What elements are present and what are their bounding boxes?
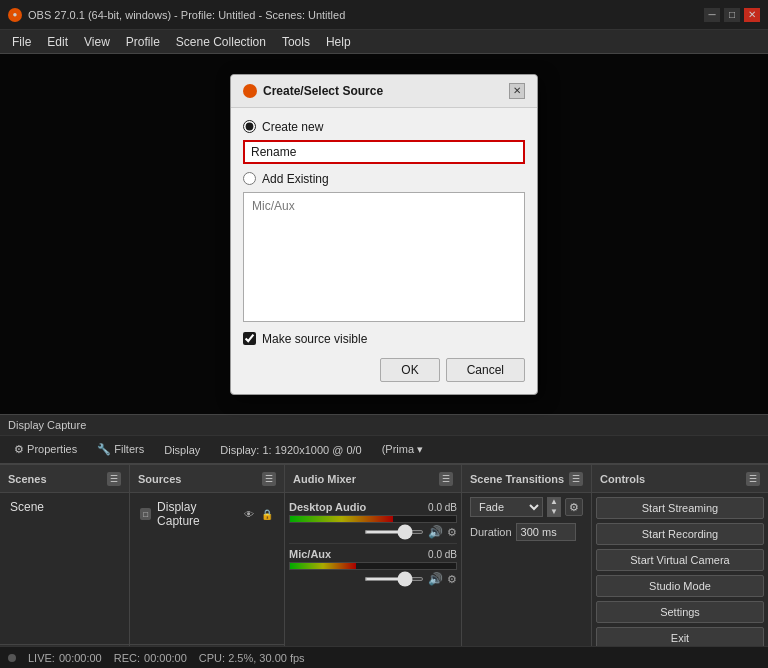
- toolbar-prima[interactable]: (Prima ▾: [376, 441, 429, 458]
- menu-help[interactable]: Help: [318, 33, 359, 51]
- menu-edit[interactable]: Edit: [39, 33, 76, 51]
- toolbar-filters[interactable]: 🔧 Filters: [91, 441, 150, 458]
- transition-down-button[interactable]: ▼: [547, 507, 561, 517]
- menu-scene-collection[interactable]: Scene Collection: [168, 33, 274, 51]
- mic-aux-settings-button[interactable]: ⚙: [447, 573, 457, 586]
- live-label: LIVE:: [28, 652, 55, 664]
- mic-aux-name: Mic/Aux: [289, 548, 331, 560]
- scene-transitions-panel: Scene Transitions ☰ Fade Cut ▲ ▼ ⚙ Durat…: [462, 465, 592, 668]
- start-streaming-button[interactable]: Start Streaming: [596, 497, 764, 519]
- add-existing-row: Add Existing: [243, 172, 525, 186]
- dialog-buttons: OK Cancel: [243, 358, 525, 382]
- controls-panel-menu[interactable]: ☰: [746, 472, 760, 486]
- menu-profile[interactable]: Profile: [118, 33, 168, 51]
- mic-aux-mute-button[interactable]: 🔊: [428, 572, 443, 586]
- source-lock-icon[interactable]: 🔒: [260, 507, 274, 521]
- transition-settings-button[interactable]: ⚙: [565, 498, 583, 516]
- desktop-audio-controls: 🔊 ⚙: [289, 525, 457, 539]
- sources-panel-title: Sources: [138, 473, 181, 485]
- controls-panel-controls: ☰: [746, 472, 760, 486]
- scene-transitions-panel-content: Fade Cut ▲ ▼ ⚙ Duration: [462, 493, 591, 668]
- sources-panel-controls: ☰: [262, 472, 276, 486]
- transition-type-select[interactable]: Fade Cut: [470, 497, 543, 517]
- existing-sources-list[interactable]: Mic/Aux: [243, 192, 525, 322]
- desktop-audio-volume-slider[interactable]: [364, 530, 424, 534]
- dialog-body: Create new Add Existing Mic/Aux Make sou…: [231, 108, 537, 394]
- maximize-button[interactable]: □: [724, 8, 740, 22]
- controls-panel-title: Controls: [600, 473, 645, 485]
- existing-list-item[interactable]: Mic/Aux: [248, 197, 520, 215]
- source-item[interactable]: □ Display Capture 👁 🔒: [134, 497, 280, 531]
- minimize-button[interactable]: ─: [704, 8, 720, 22]
- settings-button[interactable]: Settings: [596, 601, 764, 623]
- audio-mixer-panel-title: Audio Mixer: [293, 473, 356, 485]
- start-recording-button[interactable]: Start Recording: [596, 523, 764, 545]
- live-status: LIVE: 00:00:00: [28, 652, 102, 664]
- make-visible-checkbox[interactable]: [243, 332, 256, 345]
- scenes-panel-menu[interactable]: ☰: [107, 472, 121, 486]
- studio-mode-button[interactable]: Studio Mode: [596, 575, 764, 597]
- window-controls[interactable]: ─ □ ✕: [704, 8, 760, 22]
- create-new-radio[interactable]: [243, 120, 256, 133]
- source-type-icon: □: [140, 508, 151, 520]
- duration-label: Duration: [470, 526, 512, 538]
- audio-mixer-panel-header: Audio Mixer ☰: [285, 465, 461, 493]
- transition-select-row: Fade Cut ▲ ▼ ⚙: [470, 497, 583, 517]
- mic-aux-controls: 🔊 ⚙: [289, 572, 457, 586]
- title-bar: ● OBS 27.0.1 (64-bit, windows) - Profile…: [0, 0, 768, 30]
- dialog-title: Create/Select Source: [243, 84, 383, 98]
- dialog-close-button[interactable]: ✕: [509, 83, 525, 99]
- duration-input[interactable]: [516, 523, 576, 541]
- close-button[interactable]: ✕: [744, 8, 760, 22]
- mic-aux-volume-slider[interactable]: [364, 577, 424, 581]
- mic-aux-top: Mic/Aux 0.0 dB: [289, 548, 457, 560]
- mic-aux-meter-fill: [290, 563, 356, 569]
- desktop-audio-top: Desktop Audio 0.0 dB: [289, 501, 457, 513]
- controls-panel-header: Controls ☰: [592, 465, 768, 493]
- preview-area: Create/Select Source ✕ Create new Add Ex…: [0, 54, 768, 414]
- desktop-audio-mute-button[interactable]: 🔊: [428, 525, 443, 539]
- make-visible-label: Make source visible: [262, 332, 367, 346]
- rec-time: 00:00:00: [144, 652, 187, 664]
- source-eye-icon[interactable]: 👁: [242, 507, 256, 521]
- audio-mixer-panel-controls: ☰: [439, 472, 453, 486]
- scene-transitions-panel-menu[interactable]: ☰: [569, 472, 583, 486]
- scene-transitions-panel-controls: ☰: [569, 472, 583, 486]
- live-time: 00:00:00: [59, 652, 102, 664]
- status-indicator: [8, 654, 16, 662]
- menu-view[interactable]: View: [76, 33, 118, 51]
- desktop-audio-meter-fill: [290, 516, 393, 522]
- source-name-input[interactable]: [243, 140, 525, 164]
- toolbar-properties[interactable]: ⚙ Properties: [8, 441, 83, 458]
- add-existing-radio[interactable]: [243, 172, 256, 185]
- scenes-panel: Scenes ☰ Scene + − ∧ ∨: [0, 465, 130, 668]
- create-select-source-dialog: Create/Select Source ✕ Create new Add Ex…: [230, 74, 538, 395]
- menu-file[interactable]: File: [4, 33, 39, 51]
- desktop-audio-channel: Desktop Audio 0.0 dB 🔊 ⚙: [289, 497, 457, 543]
- audio-mixer-panel-menu[interactable]: ☰: [439, 472, 453, 486]
- menu-tools[interactable]: Tools: [274, 33, 318, 51]
- panel-area: Scenes ☰ Scene + − ∧ ∨ Sources ☰ □ Displ…: [0, 464, 768, 668]
- dialog-icon: [243, 84, 257, 98]
- start-virtual-camera-button[interactable]: Start Virtual Camera: [596, 549, 764, 571]
- obs-icon: ●: [8, 8, 22, 22]
- scenes-panel-header: Scenes ☰: [0, 465, 129, 493]
- desktop-audio-db: 0.0 dB: [428, 502, 457, 513]
- toolbar-display[interactable]: Display: [158, 442, 206, 458]
- rec-status: REC: 00:00:00: [114, 652, 187, 664]
- display-capture-label: Display Capture: [8, 419, 86, 431]
- sources-panel-menu[interactable]: ☰: [262, 472, 276, 486]
- transition-up-button[interactable]: ▲: [547, 497, 561, 507]
- desktop-audio-settings-button[interactable]: ⚙: [447, 526, 457, 539]
- scene-item[interactable]: Scene: [4, 497, 125, 517]
- controls-panel-content: Start Streaming Start Recording Start Vi…: [592, 493, 768, 668]
- mic-aux-channel: Mic/Aux 0.0 dB 🔊 ⚙: [289, 543, 457, 590]
- sources-panel-header: Sources ☰: [130, 465, 284, 493]
- ok-button[interactable]: OK: [380, 358, 439, 382]
- sources-panel: Sources ☰ □ Display Capture 👁 🔒 + − ⚙ ∧ …: [130, 465, 285, 668]
- cancel-button[interactable]: Cancel: [446, 358, 525, 382]
- rec-label: REC:: [114, 652, 140, 664]
- make-visible-row: Make source visible: [243, 332, 525, 346]
- source-controls: 👁 🔒: [242, 507, 274, 521]
- audio-mixer-panel: Audio Mixer ☰ Desktop Audio 0.0 dB 🔊 ⚙: [285, 465, 462, 668]
